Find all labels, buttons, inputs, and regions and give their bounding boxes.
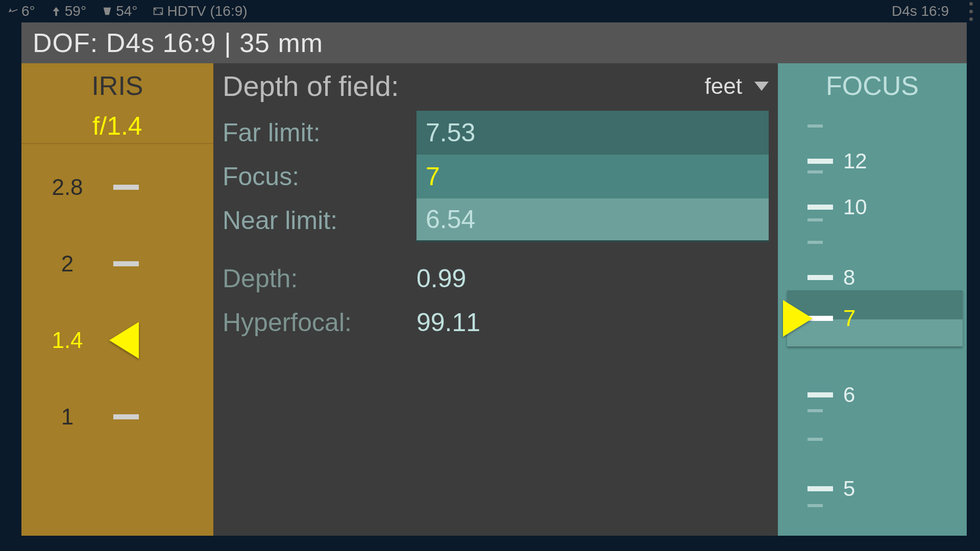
window-title-text: DOF: D4s 16:9 | 35 mm	[33, 28, 323, 58]
focus-minor-tick	[807, 241, 823, 244]
depth-label: Depth:	[223, 264, 416, 293]
aspect-ratio-icon	[153, 6, 164, 17]
status-temp-high-value: 59°	[65, 3, 86, 19]
window-title: DOF: D4s 16:9 | 35 mm	[21, 22, 967, 63]
iris-stop[interactable]: 1	[21, 379, 213, 455]
shield-icon	[102, 6, 113, 17]
iris-selected-value: f/1.4	[21, 108, 213, 144]
iris-panel[interactable]: IRIS f/1.4 2.8 2 1.4 1	[21, 63, 213, 536]
iris-stop[interactable]: 2	[21, 226, 213, 302]
focus-tick-label: 10	[843, 195, 867, 219]
focus-tick-label: 5	[843, 477, 855, 501]
far-limit-row: Far limit: 7.53	[223, 111, 769, 155]
status-camera-label: D4s 16:9	[892, 3, 949, 19]
iris-stop-label: 1	[21, 404, 113, 430]
status-aspect-label: HDTV (16:9)	[167, 3, 247, 19]
focus-row: Focus: 7	[223, 155, 769, 198]
iris-tick	[113, 185, 139, 190]
unit-selector-label: feet	[705, 73, 742, 99]
iris-tick	[113, 414, 139, 419]
focus-bar: 7	[416, 155, 769, 198]
iris-stop-selected[interactable]: 1.4	[21, 302, 213, 379]
dof-heading: Depth of field:	[223, 69, 399, 103]
focus-major-tick[interactable]: 8	[807, 265, 855, 290]
status-aspect[interactable]: HDTV (16:9)	[153, 3, 247, 19]
focus-major-tick[interactable]: 5	[807, 477, 855, 501]
focus-selected-value: 7	[843, 306, 855, 331]
far-limit-bar: 7.53	[416, 111, 769, 155]
iris-heading: IRIS	[21, 63, 213, 108]
menu-dots-icon[interactable]	[969, 2, 973, 21]
iris-stop-label: 2.8	[21, 174, 113, 200]
status-bar: 6° 59° 54° HDTV (16:9) D4s 16:9	[0, 0, 980, 22]
iris-stop-label: 1.4	[21, 328, 113, 353]
status-field-of-view: 54°	[102, 3, 137, 19]
focus-heading: FOCUS	[778, 63, 967, 108]
iris-stop[interactable]: 2.8	[21, 149, 213, 226]
iris-tick	[113, 261, 139, 266]
focus-indicator-icon	[783, 300, 813, 337]
focus-tick-label: 12	[843, 149, 867, 173]
near-limit-value: 6.54	[426, 205, 475, 234]
dof-calculator-window: DOF: D4s 16:9 | 35 mm IRIS f/1.4 2.8 2 1…	[21, 22, 967, 536]
status-temp-high: 59°	[51, 3, 86, 19]
focus-indicator[interactable]: 7	[787, 290, 963, 346]
depth-value: 0.99	[416, 264, 466, 293]
focus-major-tick[interactable]: 6	[807, 383, 855, 407]
depth-row: Depth: 0.99	[223, 257, 769, 300]
status-angle: 6°	[21, 3, 35, 19]
far-limit-label: Far limit:	[223, 118, 416, 147]
unit-selector[interactable]: feet	[705, 73, 769, 99]
iris-indicator-icon	[109, 322, 145, 358]
far-limit-value: 7.53	[426, 118, 475, 147]
focus-minor-tick	[807, 124, 823, 128]
focus-label: Focus:	[223, 162, 416, 191]
focus-tick-label: 6	[843, 383, 855, 407]
hyperfocal-row: Hyperfocal: 99.11	[223, 300, 769, 344]
iris-scale[interactable]: 2.8 2 1.4 1	[21, 144, 213, 455]
back-arrow-icon	[7, 6, 18, 17]
hyperfocal-value: 99.11	[416, 308, 480, 337]
focus-value: 7	[426, 162, 440, 191]
iris-stop-label: 2	[21, 251, 113, 277]
up-arrow-icon	[51, 6, 62, 17]
hyperfocal-label: Hyperfocal:	[223, 308, 416, 337]
dof-panel: Depth of field: feet Far limit: 7.53 Foc…	[213, 63, 778, 536]
focus-minor-tick	[807, 504, 823, 507]
status-fov-value: 54°	[116, 3, 137, 19]
focus-scale[interactable]: 12108657	[778, 114, 967, 536]
chevron-down-icon	[754, 82, 769, 91]
near-limit-row: Near limit: 6.54	[223, 198, 769, 242]
focus-tick-label: 8	[843, 265, 855, 290]
near-limit-bar: 6.54	[416, 198, 769, 242]
focus-major-tick[interactable]: 10	[807, 195, 867, 219]
focus-panel[interactable]: FOCUS 12108657	[778, 63, 967, 536]
near-limit-label: Near limit:	[223, 206, 416, 235]
focus-minor-tick	[807, 409, 823, 412]
focus-minor-tick	[807, 438, 823, 441]
status-back[interactable]: 6°	[7, 3, 35, 19]
focus-major-tick[interactable]: 12	[807, 149, 867, 173]
